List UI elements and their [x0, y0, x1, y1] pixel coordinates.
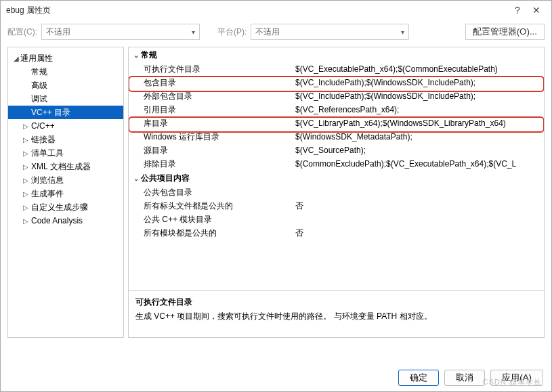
window-title: ebug 属性页: [6, 5, 508, 16]
config-value: 不适用: [46, 26, 70, 38]
tree-root[interactable]: ◢通用属性: [8, 51, 123, 65]
property-row[interactable]: 源目录$(VC_SourcePath);: [129, 144, 544, 157]
apply-button[interactable]: 应用(A): [490, 370, 543, 386]
property-value[interactable]: 否: [293, 200, 544, 212]
property-row[interactable]: 排除目录$(CommonExcludePath);$(VC_Executable…: [129, 157, 544, 171]
help-button[interactable]: ?: [508, 5, 527, 16]
property-row[interactable]: 引用目录$(VC_ReferencesPath_x64);: [129, 103, 544, 116]
tree-item[interactable]: ▷自定义生成步骤: [8, 200, 123, 214]
ok-button[interactable]: 确定: [398, 370, 439, 386]
tree-item[interactable]: ▷Code Analysis: [8, 214, 123, 227]
description-body: 生成 VC++ 项目期间，搜索可执行文件时使用的路径。 与环境变量 PATH 相…: [135, 311, 537, 322]
property-value[interactable]: $(VC_SourcePath);: [293, 146, 544, 155]
property-value[interactable]: $(VC_ExecutablePath_x64);$(CommonExecuta…: [293, 64, 544, 74]
property-value[interactable]: $(VC_ReferencesPath_x64);: [293, 105, 544, 114]
category-general[interactable]: ⌄常规: [129, 47, 544, 62]
tree-item[interactable]: ▷清单工具: [8, 146, 123, 160]
nav-tree[interactable]: ◢通用属性 常规高级调试VC++ 目录▷C/C++▷链接器▷清单工具▷XML 文…: [7, 47, 124, 338]
tree-item[interactable]: ▷C/C++: [8, 119, 123, 133]
platform-value: 不适用: [255, 26, 280, 38]
cancel-button[interactable]: 取消: [444, 370, 485, 386]
property-label: 包含目录: [129, 77, 293, 89]
tree-item[interactable]: ▷生成事件: [8, 187, 123, 200]
config-label: 配置(C):: [7, 26, 37, 38]
tree-item[interactable]: 高级: [8, 79, 123, 92]
property-label: 引用目录: [129, 104, 293, 116]
expand-icon: ▷: [22, 204, 30, 211]
property-value[interactable]: $(WindowsSDK_MetadataPath);: [293, 132, 544, 141]
expand-icon: ▷: [22, 190, 30, 198]
close-button[interactable]: ✕: [527, 5, 546, 16]
expand-icon: ▷: [22, 136, 30, 144]
tree-item[interactable]: 常规: [8, 65, 123, 79]
property-row[interactable]: 公共 C++ 模块目录: [129, 213, 544, 226]
config-manager-button[interactable]: 配置管理器(O)...: [465, 24, 545, 40]
tree-item[interactable]: 调试: [8, 92, 123, 106]
property-label: 源目录: [129, 145, 293, 156]
property-label: 公共 C++ 模块目录: [129, 214, 293, 225]
expand-icon: ▷: [22, 150, 30, 157]
chevron-down-icon: ▾: [192, 28, 195, 36]
property-label: Windows 运行库目录: [129, 131, 293, 143]
description-panel: 可执行文件目录 生成 VC++ 项目期间，搜索可执行文件时使用的路径。 与环境变…: [128, 291, 545, 338]
description-head: 可执行文件目录: [135, 297, 537, 308]
platform-label: 平台(P):: [217, 26, 247, 38]
property-row[interactable]: 所有模块都是公共的否: [129, 226, 544, 240]
expand-icon: ▷: [22, 177, 30, 184]
property-label: 可执行文件目录: [129, 64, 293, 75]
tree-item[interactable]: ▷XML 文档生成器: [8, 160, 123, 173]
property-row[interactable]: 库目录$(VC_LibraryPath_x64);$(WindowsSDK_Li…: [129, 116, 544, 130]
property-row[interactable]: 包含目录$(VC_IncludePath);$(WindowsSDK_Inclu…: [129, 76, 544, 89]
property-value[interactable]: $(VC_LibraryPath_x64);$(WindowsSDK_Libra…: [293, 118, 544, 128]
property-grid[interactable]: ⌄常规 可执行文件目录$(VC_ExecutablePath_x64);$(Co…: [128, 47, 545, 291]
tree-item[interactable]: ▷链接器: [8, 133, 123, 146]
expand-icon: ▷: [22, 123, 30, 130]
expand-icon: ▷: [22, 163, 30, 171]
property-label: 外部包含目录: [129, 91, 293, 102]
tree-item[interactable]: VC++ 目录: [8, 106, 123, 119]
property-value[interactable]: $(VC_IncludePath);$(WindowsSDK_IncludePa…: [293, 91, 544, 101]
property-value[interactable]: 否: [293, 227, 544, 239]
tree-item[interactable]: ▷浏览信息: [8, 173, 123, 187]
property-label: 所有模块都是公共的: [129, 227, 293, 239]
property-label: 公共包含目录: [129, 187, 293, 198]
property-label: 库目录: [129, 118, 293, 129]
platform-combo[interactable]: 不适用 ▾: [251, 24, 409, 40]
category-public[interactable]: ⌄公共项目内容: [129, 171, 544, 186]
property-row[interactable]: Windows 运行库目录$(WindowsSDK_MetadataPath);: [129, 130, 544, 144]
config-combo[interactable]: 不适用 ▾: [41, 24, 200, 40]
expand-icon: ▷: [22, 217, 30, 225]
property-row[interactable]: 可执行文件目录$(VC_ExecutablePath_x64);$(Common…: [129, 62, 544, 76]
property-label: 排除目录: [129, 158, 293, 170]
property-row[interactable]: 公共包含目录: [129, 186, 544, 199]
property-value[interactable]: $(CommonExcludePath);$(VC_ExecutablePath…: [293, 159, 544, 169]
chevron-down-icon: ▾: [401, 28, 404, 36]
property-row[interactable]: 所有标头文件都是公共的否: [129, 199, 544, 213]
property-row[interactable]: 外部包含目录$(VC_IncludePath);$(WindowsSDK_Inc…: [129, 89, 544, 103]
property-value[interactable]: $(VC_IncludePath);$(WindowsSDK_IncludePa…: [293, 78, 544, 87]
property-label: 所有标头文件都是公共的: [129, 200, 293, 212]
